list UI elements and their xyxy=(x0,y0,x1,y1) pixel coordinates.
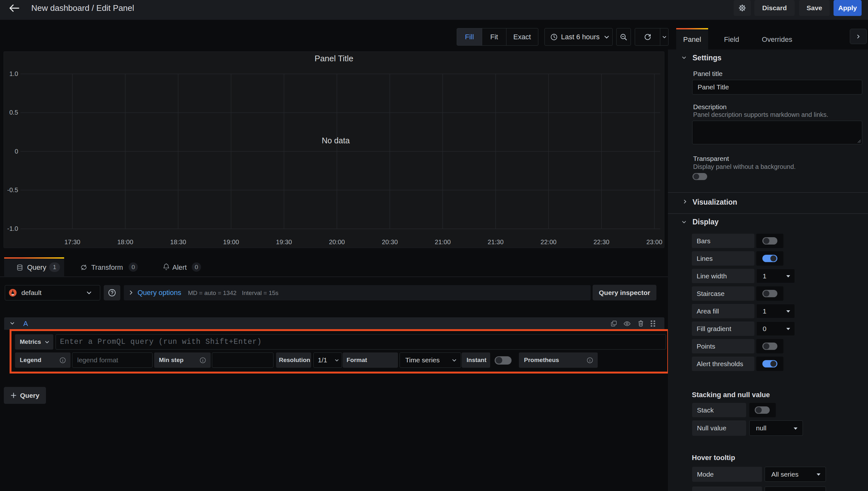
svg-text:20:30: 20:30 xyxy=(382,238,398,246)
svg-text:17:30: 17:30 xyxy=(64,238,81,246)
svg-text:23:00: 23:00 xyxy=(646,238,662,246)
svg-text:18:30: 18:30 xyxy=(170,238,186,246)
svg-text:21:00: 21:00 xyxy=(435,238,451,246)
svg-text:19:30: 19:30 xyxy=(276,238,292,246)
svg-text:21:30: 21:30 xyxy=(488,238,504,246)
svg-text:0.5: 0.5 xyxy=(9,109,18,116)
svg-text:19:00: 19:00 xyxy=(223,238,239,246)
svg-text:18:00: 18:00 xyxy=(117,238,133,246)
svg-text:-1.0: -1.0 xyxy=(7,225,18,232)
svg-text:22:30: 22:30 xyxy=(594,238,609,246)
svg-text:1.0: 1.0 xyxy=(9,70,18,77)
svg-text:0: 0 xyxy=(15,148,18,155)
svg-text:22:00: 22:00 xyxy=(541,238,557,246)
svg-text:20:00: 20:00 xyxy=(329,238,345,246)
svg-text:-0.5: -0.5 xyxy=(7,186,18,194)
